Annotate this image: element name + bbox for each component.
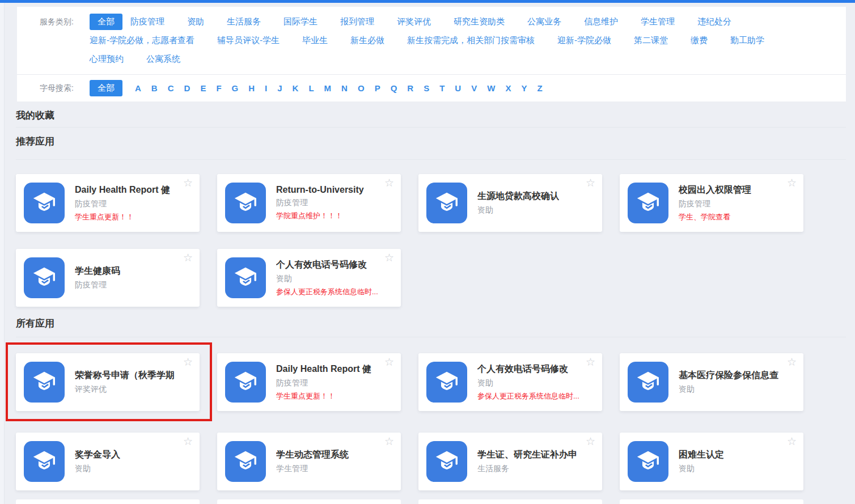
favorite-star-icon[interactable]: ☆ <box>586 436 595 447</box>
category-link[interactable]: 信息维护 <box>584 16 618 27</box>
alphabet-letter[interactable]: S <box>424 83 429 93</box>
category-link[interactable]: 迎新-学院必做，志愿者查看 <box>90 35 194 46</box>
app-icon <box>24 257 65 298</box>
favorite-star-icon[interactable]: ☆ <box>183 252 193 263</box>
favorite-star-icon[interactable]: ☆ <box>787 177 797 188</box>
recommended-divider <box>16 159 846 160</box>
category-filter-row-3: 心理预约公寓系统 <box>17 50 846 69</box>
app-card[interactable]: Daily Health Report 健防疫管理学生重点更新！！☆ <box>217 353 401 411</box>
category-link[interactable]: 学生管理 <box>641 16 675 27</box>
category-link[interactable]: 国际学生 <box>283 16 318 27</box>
alphabet-letter[interactable]: T <box>439 83 445 93</box>
alphabet-letter[interactable]: W <box>487 83 495 93</box>
favorite-star-icon[interactable]: ☆ <box>384 436 394 447</box>
alphabet-letter[interactable]: X <box>505 83 511 93</box>
app-icon <box>628 362 668 403</box>
alphabet-letter[interactable]: M <box>324 83 332 93</box>
alphabet-letter[interactable]: G <box>232 83 239 93</box>
alphabet-letter[interactable]: V <box>471 83 477 93</box>
category-link[interactable]: 心理预约 <box>90 54 124 65</box>
favorite-star-icon[interactable]: ☆ <box>787 357 797 367</box>
category-link[interactable]: 评奖评优 <box>397 16 431 27</box>
alphabet-letter[interactable]: L <box>308 83 314 93</box>
alphabet-letter[interactable]: B <box>151 83 158 93</box>
favorite-star-icon[interactable]: ☆ <box>384 357 394 367</box>
favorite-star-icon[interactable]: ☆ <box>384 252 394 263</box>
alphabet-letter[interactable]: Y <box>521 83 527 93</box>
app-card[interactable]: 个人有效电话号码修改资助参保人更正税务系统信息临时...☆ <box>217 249 401 307</box>
favorite-star-icon[interactable]: ☆ <box>183 357 193 367</box>
app-card[interactable]: 基本医疗保险参保信息查资助☆ <box>620 353 803 411</box>
alphabet-all-button[interactable]: 全部 <box>90 80 122 96</box>
category-filter-label: 服务类别: <box>40 17 90 27</box>
alphabet-letter[interactable]: O <box>358 83 365 93</box>
app-card[interactable]: 生源地贷款高校确认资助☆ <box>418 174 602 232</box>
favorite-star-icon[interactable]: ☆ <box>183 177 193 188</box>
app-card-title: 荣誉称号申请（秋季学期 <box>75 370 175 382</box>
alphabet-letter[interactable]: Q <box>391 83 397 93</box>
favorite-star-icon[interactable]: ☆ <box>586 357 595 367</box>
graduation-cap-icon <box>434 448 460 475</box>
app-card-partial <box>620 499 803 504</box>
alphabet-letter[interactable]: C <box>168 83 174 93</box>
app-card[interactable]: 困难生认定资助☆ <box>620 433 803 490</box>
app-card-title: 学生动态管理系统 <box>276 449 349 461</box>
app-card-note: 参保人更正税务系统信息临时... <box>477 391 579 401</box>
category-link[interactable]: 违纪处分 <box>697 16 731 27</box>
recommended-apps-grid: Daily Health Report 健防疫管理学生重点更新！！☆Return… <box>16 174 846 307</box>
app-card[interactable]: 学生动态管理系统学生管理☆ <box>217 433 401 490</box>
category-all-button[interactable]: 全部 <box>90 14 122 30</box>
alphabet-letter[interactable]: N <box>341 83 348 93</box>
category-link[interactable]: 公寓业务 <box>527 16 561 27</box>
app-card[interactable]: 学生证、研究生证补办申生活服务☆ <box>418 433 602 490</box>
app-card[interactable]: 校园出入权限管理防疫管理学生、学院查看☆ <box>620 174 803 232</box>
app-card-title: 学生证、研究生证补办申 <box>477 449 577 461</box>
app-card-category: 评奖评优 <box>75 384 175 395</box>
app-card[interactable]: 个人有效电话号码修改资助参保人更正税务系统信息临时...☆ <box>418 353 602 411</box>
alphabet-letter[interactable]: Z <box>537 83 542 93</box>
category-link[interactable]: 缴费 <box>691 35 708 46</box>
alphabet-letter[interactable]: U <box>455 83 461 93</box>
alphabet-letter[interactable]: H <box>248 83 255 93</box>
alphabet-letter[interactable]: A <box>135 83 141 93</box>
alphabet-letter[interactable]: R <box>407 83 413 93</box>
category-link[interactable]: 防疫管理 <box>130 16 164 27</box>
favorite-star-icon[interactable]: ☆ <box>787 436 797 447</box>
alphabet-letter[interactable]: D <box>184 83 191 93</box>
category-link[interactable]: 新生按需完成，相关部门按需审核 <box>407 35 535 46</box>
app-card-title: Daily Health Report 健 <box>75 184 170 196</box>
alphabet-letter[interactable]: J <box>277 83 282 93</box>
category-link[interactable]: 新生必做 <box>350 35 384 46</box>
app-card[interactable]: 奖学金导入资助☆ <box>16 433 200 490</box>
alphabet-letter[interactable]: F <box>216 83 221 93</box>
favorite-star-icon[interactable]: ☆ <box>384 177 394 188</box>
category-link[interactable]: 生活服务 <box>227 16 261 27</box>
alphabet-letter[interactable]: I <box>265 83 267 93</box>
category-link[interactable]: 毕业生 <box>302 35 328 46</box>
favorite-star-icon[interactable]: ☆ <box>183 436 193 447</box>
alphabet-letter[interactable]: P <box>375 83 380 93</box>
category-links-row-2: 迎新-学院必做，志愿者查看辅导员评议-学生毕业生新生必做新生按需完成，相关部门按… <box>90 35 764 46</box>
graduation-cap-icon <box>31 369 57 395</box>
app-card-category: 防疫管理 <box>75 280 120 290</box>
category-link[interactable]: 研究生资助类 <box>454 16 505 27</box>
category-link[interactable]: 第二课堂 <box>634 35 668 46</box>
category-link[interactable]: 迎新-学院必做 <box>557 35 611 46</box>
category-link[interactable]: 勤工助学 <box>730 35 764 46</box>
app-card-highlighted[interactable]: 荣誉称号申请（秋季学期评奖评优☆ <box>16 353 200 411</box>
app-card[interactable]: Daily Health Report 健防疫管理学生重点更新！！☆ <box>16 174 200 232</box>
app-icon <box>225 183 266 223</box>
alphabet-letter[interactable]: K <box>293 83 299 93</box>
category-link[interactable]: 报到管理 <box>340 16 374 27</box>
app-card-title: 困难生认定 <box>679 449 724 461</box>
favorite-star-icon[interactable]: ☆ <box>586 177 595 188</box>
alphabet-letter[interactable]: E <box>200 83 206 93</box>
category-link[interactable]: 资助 <box>187 16 204 27</box>
category-link[interactable]: 公寓系统 <box>146 54 180 65</box>
app-card[interactable]: Return-to-University防疫管理学院重点维护！！！☆ <box>217 174 401 232</box>
graduation-cap-icon <box>31 448 57 475</box>
category-link[interactable]: 辅导员评议-学生 <box>217 35 280 46</box>
app-card-text: Daily Health Report 健防疫管理学生重点更新！！ <box>75 184 185 222</box>
app-card[interactable]: 学生健康码防疫管理☆ <box>16 249 200 307</box>
app-card-category: 资助 <box>477 205 559 215</box>
